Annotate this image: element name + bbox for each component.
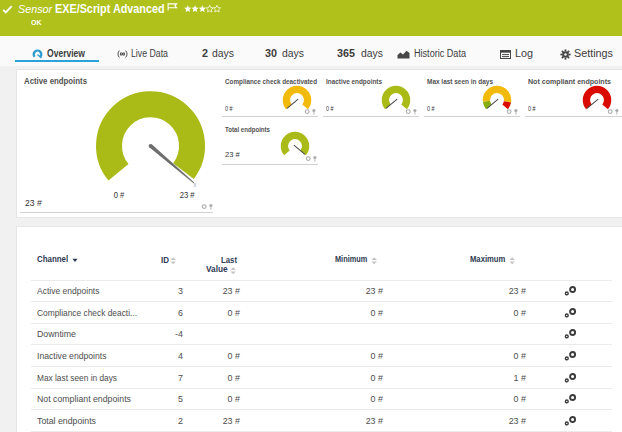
svg-text:x: x bbox=[193, 181, 197, 188]
